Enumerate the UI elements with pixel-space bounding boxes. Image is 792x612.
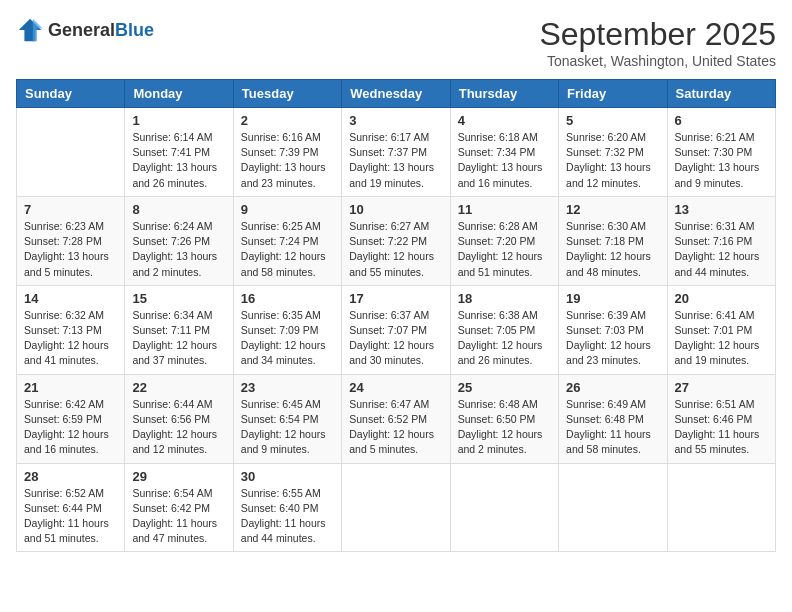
calendar-cell: 2 Sunrise: 6:16 AMSunset: 7:39 PMDayligh… [233, 108, 341, 197]
day-info: Sunrise: 6:27 AMSunset: 7:22 PMDaylight:… [349, 219, 442, 280]
day-info: Sunrise: 6:51 AMSunset: 6:46 PMDaylight:… [675, 397, 768, 458]
calendar-cell: 1 Sunrise: 6:14 AMSunset: 7:41 PMDayligh… [125, 108, 233, 197]
day-info: Sunrise: 6:30 AMSunset: 7:18 PMDaylight:… [566, 219, 659, 280]
title-block: September 2025 Tonasket, Washington, Uni… [539, 16, 776, 69]
calendar-cell: 16 Sunrise: 6:35 AMSunset: 7:09 PMDaylig… [233, 285, 341, 374]
day-info: Sunrise: 6:42 AMSunset: 6:59 PMDaylight:… [24, 397, 117, 458]
day-number: 17 [349, 291, 442, 306]
calendar-cell: 23 Sunrise: 6:45 AMSunset: 6:54 PMDaylig… [233, 374, 341, 463]
calendar-cell: 20 Sunrise: 6:41 AMSunset: 7:01 PMDaylig… [667, 285, 775, 374]
day-info: Sunrise: 6:44 AMSunset: 6:56 PMDaylight:… [132, 397, 225, 458]
calendar-cell: 30 Sunrise: 6:55 AMSunset: 6:40 PMDaylig… [233, 463, 341, 552]
calendar-week-4: 21 Sunrise: 6:42 AMSunset: 6:59 PMDaylig… [17, 374, 776, 463]
day-number: 5 [566, 113, 659, 128]
calendar-cell: 15 Sunrise: 6:34 AMSunset: 7:11 PMDaylig… [125, 285, 233, 374]
calendar-week-2: 7 Sunrise: 6:23 AMSunset: 7:28 PMDayligh… [17, 196, 776, 285]
day-number: 13 [675, 202, 768, 217]
day-info: Sunrise: 6:23 AMSunset: 7:28 PMDaylight:… [24, 219, 117, 280]
calendar-cell [342, 463, 450, 552]
calendar-cell: 24 Sunrise: 6:47 AMSunset: 6:52 PMDaylig… [342, 374, 450, 463]
day-info: Sunrise: 6:16 AMSunset: 7:39 PMDaylight:… [241, 130, 334, 191]
day-info: Sunrise: 6:17 AMSunset: 7:37 PMDaylight:… [349, 130, 442, 191]
calendar-cell: 29 Sunrise: 6:54 AMSunset: 6:42 PMDaylig… [125, 463, 233, 552]
calendar-cell: 8 Sunrise: 6:24 AMSunset: 7:26 PMDayligh… [125, 196, 233, 285]
weekday-header-friday: Friday [559, 80, 667, 108]
calendar-cell: 25 Sunrise: 6:48 AMSunset: 6:50 PMDaylig… [450, 374, 558, 463]
logo: GeneralBlue [16, 16, 154, 44]
day-info: Sunrise: 6:34 AMSunset: 7:11 PMDaylight:… [132, 308, 225, 369]
day-number: 11 [458, 202, 551, 217]
day-number: 23 [241, 380, 334, 395]
day-number: 7 [24, 202, 117, 217]
calendar-cell: 11 Sunrise: 6:28 AMSunset: 7:20 PMDaylig… [450, 196, 558, 285]
calendar-table: SundayMondayTuesdayWednesdayThursdayFrid… [16, 79, 776, 552]
day-number: 25 [458, 380, 551, 395]
day-info: Sunrise: 6:24 AMSunset: 7:26 PMDaylight:… [132, 219, 225, 280]
day-number: 26 [566, 380, 659, 395]
calendar-cell [450, 463, 558, 552]
day-info: Sunrise: 6:39 AMSunset: 7:03 PMDaylight:… [566, 308, 659, 369]
weekday-header-row: SundayMondayTuesdayWednesdayThursdayFrid… [17, 80, 776, 108]
calendar-cell: 18 Sunrise: 6:38 AMSunset: 7:05 PMDaylig… [450, 285, 558, 374]
day-number: 21 [24, 380, 117, 395]
day-number: 14 [24, 291, 117, 306]
calendar-cell [667, 463, 775, 552]
day-info: Sunrise: 6:14 AMSunset: 7:41 PMDaylight:… [132, 130, 225, 191]
weekday-header-saturday: Saturday [667, 80, 775, 108]
day-number: 15 [132, 291, 225, 306]
calendar-cell: 5 Sunrise: 6:20 AMSunset: 7:32 PMDayligh… [559, 108, 667, 197]
day-info: Sunrise: 6:31 AMSunset: 7:16 PMDaylight:… [675, 219, 768, 280]
day-info: Sunrise: 6:54 AMSunset: 6:42 PMDaylight:… [132, 486, 225, 547]
day-number: 10 [349, 202, 442, 217]
calendar-cell: 28 Sunrise: 6:52 AMSunset: 6:44 PMDaylig… [17, 463, 125, 552]
day-number: 19 [566, 291, 659, 306]
day-number: 30 [241, 469, 334, 484]
day-info: Sunrise: 6:18 AMSunset: 7:34 PMDaylight:… [458, 130, 551, 191]
day-info: Sunrise: 6:52 AMSunset: 6:44 PMDaylight:… [24, 486, 117, 547]
day-number: 4 [458, 113, 551, 128]
logo-icon [16, 16, 44, 44]
day-number: 9 [241, 202, 334, 217]
day-number: 16 [241, 291, 334, 306]
day-info: Sunrise: 6:55 AMSunset: 6:40 PMDaylight:… [241, 486, 334, 547]
day-info: Sunrise: 6:49 AMSunset: 6:48 PMDaylight:… [566, 397, 659, 458]
calendar-cell: 17 Sunrise: 6:37 AMSunset: 7:07 PMDaylig… [342, 285, 450, 374]
day-info: Sunrise: 6:47 AMSunset: 6:52 PMDaylight:… [349, 397, 442, 458]
location-subtitle: Tonasket, Washington, United States [539, 53, 776, 69]
weekday-header-monday: Monday [125, 80, 233, 108]
day-info: Sunrise: 6:32 AMSunset: 7:13 PMDaylight:… [24, 308, 117, 369]
calendar-cell: 19 Sunrise: 6:39 AMSunset: 7:03 PMDaylig… [559, 285, 667, 374]
calendar-cell: 26 Sunrise: 6:49 AMSunset: 6:48 PMDaylig… [559, 374, 667, 463]
calendar-cell: 7 Sunrise: 6:23 AMSunset: 7:28 PMDayligh… [17, 196, 125, 285]
day-number: 3 [349, 113, 442, 128]
day-number: 12 [566, 202, 659, 217]
day-number: 28 [24, 469, 117, 484]
day-info: Sunrise: 6:35 AMSunset: 7:09 PMDaylight:… [241, 308, 334, 369]
calendar-cell: 9 Sunrise: 6:25 AMSunset: 7:24 PMDayligh… [233, 196, 341, 285]
day-info: Sunrise: 6:38 AMSunset: 7:05 PMDaylight:… [458, 308, 551, 369]
day-number: 29 [132, 469, 225, 484]
svg-marker-0 [19, 19, 41, 41]
calendar-week-3: 14 Sunrise: 6:32 AMSunset: 7:13 PMDaylig… [17, 285, 776, 374]
day-number: 24 [349, 380, 442, 395]
calendar-cell: 12 Sunrise: 6:30 AMSunset: 7:18 PMDaylig… [559, 196, 667, 285]
calendar-cell: 22 Sunrise: 6:44 AMSunset: 6:56 PMDaylig… [125, 374, 233, 463]
day-number: 18 [458, 291, 551, 306]
day-info: Sunrise: 6:25 AMSunset: 7:24 PMDaylight:… [241, 219, 334, 280]
day-info: Sunrise: 6:41 AMSunset: 7:01 PMDaylight:… [675, 308, 768, 369]
weekday-header-sunday: Sunday [17, 80, 125, 108]
calendar-week-5: 28 Sunrise: 6:52 AMSunset: 6:44 PMDaylig… [17, 463, 776, 552]
weekday-header-thursday: Thursday [450, 80, 558, 108]
day-info: Sunrise: 6:21 AMSunset: 7:30 PMDaylight:… [675, 130, 768, 191]
day-info: Sunrise: 6:45 AMSunset: 6:54 PMDaylight:… [241, 397, 334, 458]
calendar-cell: 3 Sunrise: 6:17 AMSunset: 7:37 PMDayligh… [342, 108, 450, 197]
day-info: Sunrise: 6:28 AMSunset: 7:20 PMDaylight:… [458, 219, 551, 280]
weekday-header-wednesday: Wednesday [342, 80, 450, 108]
month-title: September 2025 [539, 16, 776, 53]
day-number: 22 [132, 380, 225, 395]
calendar-cell: 6 Sunrise: 6:21 AMSunset: 7:30 PMDayligh… [667, 108, 775, 197]
day-info: Sunrise: 6:48 AMSunset: 6:50 PMDaylight:… [458, 397, 551, 458]
logo-text-blue: Blue [115, 20, 154, 40]
calendar-cell: 4 Sunrise: 6:18 AMSunset: 7:34 PMDayligh… [450, 108, 558, 197]
day-info: Sunrise: 6:37 AMSunset: 7:07 PMDaylight:… [349, 308, 442, 369]
